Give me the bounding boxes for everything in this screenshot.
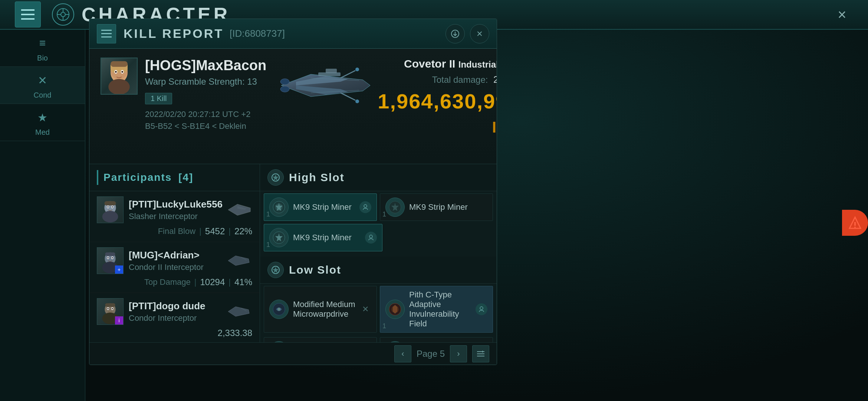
- low-slot-items-2: 1 'Aura' Warp Core Stabilizer ✕ 1: [260, 335, 497, 342]
- slot-3-person-icon: [365, 232, 377, 244]
- kill-type-label: Kill: [378, 140, 497, 155]
- participant-1-damage: 5452: [205, 226, 225, 237]
- low-slot-2-name: Pith C-Type Adaptive Invulnerability Fie…: [409, 290, 476, 329]
- participant-2-damage: 10294: [200, 277, 225, 287]
- prev-page-button[interactable]: ‹: [394, 345, 411, 362]
- participants-panel: Participants [4]: [89, 164, 260, 342]
- svg-point-15: [115, 71, 117, 73]
- bio-icon: ≡: [33, 34, 52, 52]
- participant-2-name: [MUG]<Adrian>: [129, 250, 226, 261]
- svg-point-70: [480, 307, 483, 310]
- sidebar-item-medals[interactable]: ★ Med: [0, 104, 85, 141]
- svg-point-64: [369, 235, 372, 238]
- high-slot-items: 1 MK9 Strip Miner: [260, 191, 497, 223]
- modal-menu-bar-1: [101, 30, 112, 31]
- participant-item-1[interactable]: [PTIT]LuckyLuke556 Slasher Interceptor F…: [89, 191, 260, 242]
- slot-1-name: MK9 Strip Miner: [293, 202, 359, 212]
- app-close-button[interactable]: ×: [831, 3, 853, 26]
- participant-2-stat-label: Top Damage: [144, 277, 191, 287]
- participant-1-avatar: [97, 196, 124, 223]
- slot-3-num: 1: [266, 241, 270, 249]
- main-menu-button[interactable]: [15, 1, 41, 27]
- participant-item-2[interactable]: + [MUG]<Adrian> Condor II Interceptor To…: [89, 242, 260, 293]
- slot-3-icon: [269, 228, 289, 247]
- svg-rect-6: [854, 222, 856, 226]
- menu-bar-3: [21, 18, 34, 20]
- modal-footer: ‹ Page 5 ›: [89, 342, 497, 365]
- low-slot-item-2[interactable]: 1 Pith C-Type Adaptive Invulnerability F…: [380, 286, 493, 333]
- low-slot-title: Low Slot: [289, 264, 341, 276]
- svg-line-25: [341, 71, 355, 78]
- right-notification-badge[interactable]: [842, 210, 868, 236]
- modal-close-button[interactable]: ×: [470, 24, 489, 43]
- participant-3-damage: 2,333.38: [218, 328, 252, 338]
- slot-1-num: 1: [266, 211, 270, 218]
- participant-2-percent: 41%: [234, 277, 252, 287]
- total-damage-label: Total damage: 24566: [378, 74, 497, 85]
- modal-menu-bar-3: [101, 36, 112, 38]
- participant-1-percent: 22%: [234, 226, 252, 237]
- svg-rect-55: [105, 303, 115, 307]
- low-slot-item-4[interactable]: 1 + Modified Medium Shield Extender ✕: [380, 337, 493, 342]
- page-label: Page 5: [417, 349, 445, 359]
- participants-header: Participants [4]: [89, 164, 260, 191]
- svg-marker-79: [482, 351, 484, 353]
- participant-3-info: [PTIT]dogo dude Condor Interceptor: [129, 300, 226, 323]
- filter-button[interactable]: [472, 345, 489, 362]
- kill-report-modal: KILL REPORT [ID:6808737] ×: [89, 19, 497, 365]
- pilot-info: [HOGS]MaxBacon Warp Scramble Strength: 1…: [145, 58, 266, 131]
- sidebar-bio-label: Bio: [37, 54, 48, 62]
- sidebar: ≡ Bio ✕ Cond ★ Med: [0, 30, 85, 401]
- participant-1-ship-icon: [226, 200, 252, 219]
- participant-item-3[interactable]: i [PTIT]dogo dude Condor Interceptor 2,3…: [89, 293, 260, 342]
- svg-point-1: [61, 12, 65, 17]
- low-slot-2-icon: [385, 300, 405, 319]
- low-slot-1-name: Modified Medium Microwarpdrive: [293, 300, 359, 319]
- svg-point-45: [112, 257, 113, 258]
- high-slot-item-3[interactable]: 1 MK9 Strip Miner: [264, 224, 382, 251]
- low-slot-1-close[interactable]: ✕: [359, 303, 371, 315]
- svg-point-12: [108, 79, 130, 95]
- svg-rect-46: [105, 252, 115, 256]
- low-slot-1-icon: [269, 300, 289, 319]
- svg-point-22: [280, 86, 289, 92]
- svg-point-67: [277, 308, 280, 311]
- low-slot-header: Low Slot: [260, 257, 497, 284]
- pilot-avatar-image: [101, 58, 137, 94]
- high-slot-icon: [267, 169, 284, 186]
- low-slot-3-icon: [269, 341, 289, 342]
- ship-image-area: [266, 58, 378, 113]
- svg-point-44: [107, 257, 109, 258]
- sidebar-item-bio[interactable]: ≡ Bio: [0, 30, 85, 67]
- participants-accent-bar: [97, 170, 98, 185]
- low-slot-2-num: 1: [382, 322, 386, 330]
- modal-id: [ID:6808737]: [230, 28, 285, 39]
- kill-stats: Covetor II Industrial Ship Total damage:…: [378, 58, 497, 155]
- svg-rect-24: [326, 69, 337, 73]
- slots-panel: High Slot 1 MK9 Strip Miner: [260, 164, 497, 342]
- slot-2-name: MK9 Strip Miner: [409, 202, 487, 212]
- participant-3-badge: i: [115, 316, 123, 325]
- low-slot-icon: [267, 262, 284, 278]
- low-slot-item-3[interactable]: 1 'Aura' Warp Core Stabilizer ✕: [264, 337, 377, 342]
- svg-point-36: [112, 206, 113, 208]
- svg-point-54: [112, 308, 113, 309]
- modal-export-button[interactable]: [445, 24, 465, 43]
- next-page-button[interactable]: ›: [450, 345, 467, 362]
- high-slot-item-1[interactable]: 1 MK9 Strip Miner: [264, 193, 377, 221]
- svg-line-26: [341, 93, 355, 100]
- kill-count-badge: 1 Kill: [145, 93, 172, 104]
- high-slot-item-2[interactable]: 1 MK9 Strip Miner: [380, 193, 493, 221]
- sidebar-item-combat[interactable]: ✕ Cond: [0, 67, 85, 104]
- low-slot-item-1[interactable]: Modified Medium Microwarpdrive ✕: [264, 286, 377, 333]
- participant-2-avatar: +: [97, 247, 124, 274]
- menu-bar-1: [21, 9, 34, 11]
- svg-marker-47: [228, 256, 249, 265]
- participant-3-ship-icon: [226, 302, 252, 321]
- low-slot-3-name: 'Aura' Warp Core Stabilizer: [293, 341, 359, 342]
- combat-icon: ✕: [33, 71, 52, 89]
- participant-1-avatar-image: [97, 197, 123, 223]
- kill-report-info: [HOGS]MaxBacon Warp Scramble Strength: 1…: [89, 49, 497, 164]
- pilot-avatar: [101, 58, 138, 95]
- modal-menu-button[interactable]: [97, 24, 116, 43]
